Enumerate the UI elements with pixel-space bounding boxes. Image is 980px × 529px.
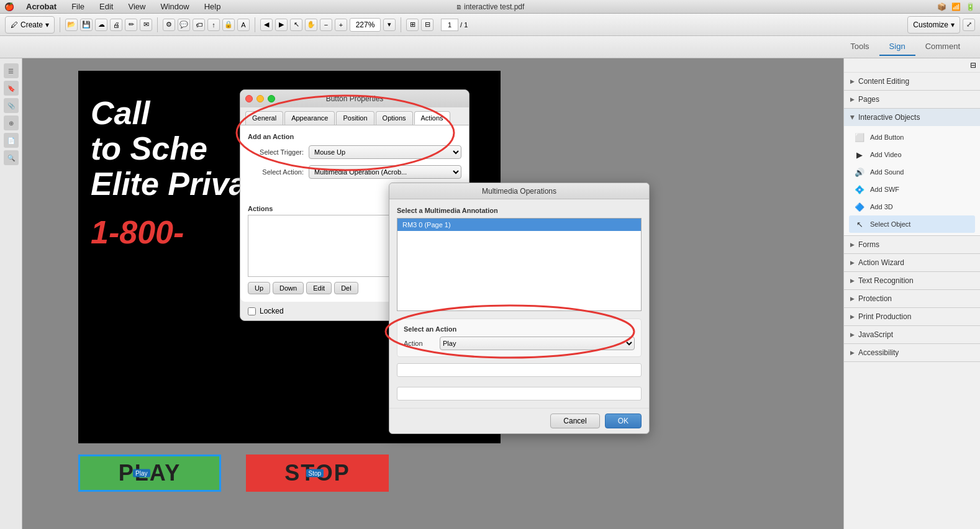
- tab-appearance[interactable]: Appearance: [284, 111, 335, 125]
- comment-icon[interactable]: 💬: [178, 19, 190, 31]
- tab-sign[interactable]: Sign: [879, 38, 915, 56]
- sidebar-nav-icon[interactable]: ☰: [4, 63, 19, 78]
- sidebar-search-icon[interactable]: 🔍: [4, 150, 19, 165]
- tag-icon[interactable]: 🏷: [193, 19, 205, 31]
- tab-tools[interactable]: Tools: [840, 38, 879, 56]
- tab-options[interactable]: Options: [376, 111, 413, 125]
- dialog-close-button[interactable]: [245, 95, 253, 102]
- select-object-item[interactable]: ↖ Select Object: [849, 215, 975, 233]
- sidebar-layers-icon[interactable]: ⊕: [4, 115, 19, 130]
- edit-button[interactable]: Edit: [306, 282, 332, 294]
- zoom-in-icon[interactable]: +: [335, 19, 347, 31]
- menu-acrobat[interactable]: Acrobat: [24, 2, 59, 11]
- trigger-select[interactable]: Mouse Up: [309, 145, 461, 159]
- tab-position[interactable]: Position: [336, 111, 374, 125]
- action-field-select[interactable]: Play: [440, 337, 635, 350]
- add-swf-item[interactable]: 💠 Add SWF: [849, 181, 975, 198]
- print-icon[interactable]: 🖨: [110, 19, 122, 31]
- protect-icon[interactable]: 🔒: [222, 19, 235, 31]
- sidebar-paperclip-icon[interactable]: 📎: [4, 98, 19, 113]
- create-button[interactable]: 🖊 Create ▾: [5, 16, 55, 34]
- content-area: Call to Sche Elite Privat 1-800- PLAY Pl…: [22, 58, 843, 529]
- cancel-button[interactable]: Cancel: [550, 414, 599, 428]
- add-action-label: Add an Action: [248, 133, 461, 140]
- javascript-header[interactable]: ▶ JavaScript: [844, 326, 980, 343]
- dialog-minimize-button[interactable]: [256, 95, 264, 102]
- dialog-maximize-button[interactable]: [268, 95, 275, 102]
- wifi-icon: 📶: [951, 2, 961, 11]
- print-production-header[interactable]: ▶ Print Production: [844, 308, 980, 325]
- action-select[interactable]: Multimedia Operation (Acrob...: [309, 165, 461, 179]
- share-icon[interactable]: ↑: [207, 19, 220, 31]
- select-icon[interactable]: ↖: [290, 19, 302, 31]
- chevron-interactive-objects: ▶: [850, 115, 856, 120]
- tab-comment[interactable]: Comment: [915, 38, 970, 56]
- forms-header[interactable]: ▶ Forms: [844, 236, 980, 253]
- apple-logo-icon[interactable]: 🍎: [5, 2, 14, 11]
- forward-icon[interactable]: ▶: [275, 19, 288, 31]
- accessibility-header[interactable]: ▶ Accessibility: [844, 344, 980, 361]
- menu-file[interactable]: File: [69, 2, 87, 11]
- add-sound-item[interactable]: 🔊 Add Sound: [849, 163, 975, 181]
- mm-annotation-list[interactable]: RM3 0 (Page 1): [397, 218, 642, 311]
- menu-window[interactable]: Window: [158, 2, 191, 11]
- menu-edit[interactable]: Edit: [97, 2, 116, 11]
- edit-icon[interactable]: ✏: [125, 19, 137, 31]
- nav-tabs: Tools Sign Comment: [840, 38, 970, 56]
- delete-button[interactable]: Del: [334, 282, 358, 294]
- mm-input-field2[interactable]: [397, 387, 642, 400]
- mm-input-field[interactable]: [397, 363, 642, 377]
- fit-page-icon[interactable]: ⊞: [406, 19, 419, 31]
- zoom-dropdown-icon[interactable]: ▾: [383, 19, 396, 31]
- zoom-out-icon[interactable]: −: [320, 19, 332, 31]
- locked-checkbox[interactable]: [248, 307, 256, 315]
- tab-actions[interactable]: Actions: [414, 111, 450, 125]
- protection-header[interactable]: ▶ Protection: [844, 290, 980, 307]
- add-button-item[interactable]: ⬜ Add Button: [849, 129, 975, 146]
- panel-collapse-icon[interactable]: ⊟: [970, 61, 976, 70]
- add-3d-item[interactable]: 🔷 Add 3D: [849, 198, 975, 215]
- sidebar-pages-icon[interactable]: 📄: [4, 133, 19, 148]
- page-input-label: / 1: [441, 19, 468, 31]
- up-button[interactable]: Up: [248, 282, 270, 294]
- settings-icon[interactable]: ⚙: [163, 19, 175, 31]
- page-input[interactable]: [441, 19, 458, 31]
- content-editing-header[interactable]: ▶ Content Editing: [844, 73, 980, 90]
- fit-width-icon[interactable]: ⊟: [421, 19, 433, 31]
- tab-general[interactable]: General: [245, 111, 283, 125]
- stop-button-pdf[interactable]: STOP Stop: [246, 454, 389, 492]
- interactive-objects-header[interactable]: ▶ Interactive Objects: [844, 109, 980, 126]
- menu-view[interactable]: View: [125, 2, 148, 11]
- sidebar-bookmark-icon[interactable]: 🔖: [4, 81, 19, 96]
- save-icon[interactable]: 💾: [80, 19, 93, 31]
- cursor-icon: ↖: [854, 219, 865, 230]
- expand-icon[interactable]: ⤢: [963, 19, 975, 31]
- add-video-item[interactable]: ▶ Add Video: [849, 146, 975, 163]
- hand-icon[interactable]: ✋: [305, 19, 317, 31]
- navbar: Tools Sign Comment: [0, 36, 980, 58]
- zoom-input[interactable]: [350, 18, 381, 32]
- play-button-pdf[interactable]: PLAY Play: [78, 454, 221, 492]
- chevron-pages: ▶: [850, 96, 855, 102]
- open-icon[interactable]: 📂: [65, 19, 78, 31]
- pages-header[interactable]: ▶ Pages: [844, 91, 980, 108]
- ok-button[interactable]: OK: [605, 414, 642, 428]
- mm-dialog-title: Multimedia Operations: [389, 183, 649, 199]
- section-forms: ▶ Forms: [844, 236, 980, 254]
- text-recognition-header[interactable]: ▶ Text Recognition: [844, 272, 980, 289]
- customize-button[interactable]: Customize ▾: [907, 16, 960, 34]
- content-editing-label: Content Editing: [858, 77, 909, 86]
- down-button[interactable]: Down: [273, 282, 304, 294]
- back-icon[interactable]: ◀: [260, 19, 273, 31]
- mm-list-item[interactable]: RM3 0 (Page 1): [397, 219, 641, 231]
- window-title: 🗎 interactive test.pdf: [456, 2, 525, 11]
- section-accessibility: ▶ Accessibility: [844, 344, 980, 362]
- action-wizard-header[interactable]: ▶ Action Wizard: [844, 254, 980, 271]
- acrobat-icon[interactable]: A: [237, 19, 250, 31]
- add-3d-label: Add 3D: [870, 203, 893, 210]
- panel-header: ⊟: [844, 58, 980, 73]
- chevron-javascript: ▶: [850, 332, 855, 338]
- menu-help[interactable]: Help: [202, 2, 224, 11]
- cloud-icon[interactable]: ☁: [95, 19, 107, 31]
- email-icon[interactable]: ✉: [140, 19, 152, 31]
